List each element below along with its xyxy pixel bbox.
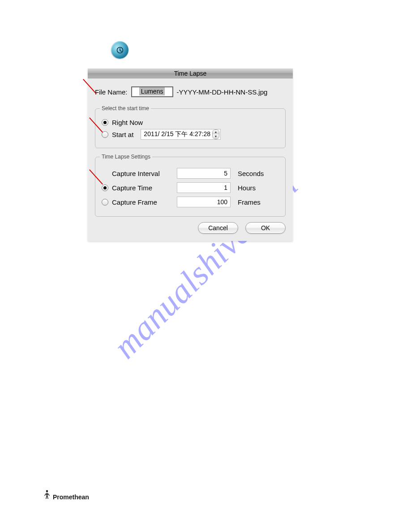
capture-time-input[interactable] [177, 182, 231, 193]
button-row: Cancel OK [95, 222, 286, 234]
file-name-value: Lumens [139, 87, 165, 95]
right-now-row[interactable]: Right Now [102, 119, 279, 126]
datetime-spinner[interactable]: ▲ ▼ [212, 129, 219, 139]
start-at-row[interactable]: Start at 2011/ 2/15 下午 4:27:28 ▲ ▼ [102, 129, 279, 140]
interval-row: Capture Interval Seconds [102, 168, 279, 179]
right-now-radio[interactable] [102, 119, 108, 126]
start-at-datetime[interactable]: 2011/ 2/15 下午 4:27:28 ▲ ▼ [141, 129, 221, 140]
svg-point-0 [46, 490, 48, 493]
capture-time-row[interactable]: Capture Time Hours [102, 182, 279, 193]
capture-frame-input[interactable] [177, 197, 231, 207]
cancel-button[interactable]: Cancel [198, 222, 238, 234]
interval-label: Capture Interval [112, 170, 160, 177]
footer-logo: Promethean [43, 489, 89, 501]
file-name-label: File Name: [95, 88, 128, 96]
time-lapse-dialog: Time Lapse File Name: Lumens -YYYY-MM-DD… [88, 69, 293, 241]
start-time-legend: Select the start time [100, 105, 151, 112]
capture-frame-radio[interactable] [102, 199, 108, 206]
capture-frame-unit: Frames [238, 198, 261, 206]
start-time-group: Select the start time Right Now Start at… [95, 105, 286, 148]
dialog-body: File Name: Lumens -YYYY-MM-DD-HH-NN-SS.j… [88, 78, 293, 241]
capture-time-label: Capture Time [112, 184, 152, 192]
start-at-label: Start at [112, 131, 133, 138]
interval-input[interactable] [177, 168, 231, 179]
spinner-up-icon[interactable]: ▲ [213, 130, 219, 134]
settings-group: Time Lapse Settings Capture Interval Sec… [95, 154, 286, 217]
file-name-suffix: -YYYY-MM-DD-HH-NN-SS.jpg [177, 88, 268, 96]
file-name-row: File Name: Lumens -YYYY-MM-DD-HH-NN-SS.j… [95, 86, 286, 97]
capture-frame-label: Capture Frame [112, 198, 157, 206]
capture-frame-row[interactable]: Capture Frame Frames [102, 197, 279, 207]
timer-icon [111, 41, 128, 59]
timer-icon-wrap [111, 41, 293, 59]
datetime-value: 2011/ 2/15 下午 4:27:28 [144, 130, 210, 138]
right-now-label: Right Now [112, 119, 143, 126]
capture-time-unit: Hours [238, 184, 256, 192]
spinner-down-icon[interactable]: ▼ [213, 134, 219, 139]
footer-brand: Promethean [53, 493, 89, 501]
ok-button[interactable]: OK [245, 222, 286, 234]
file-name-input[interactable]: Lumens [131, 86, 173, 97]
page-content: Time Lapse File Name: Lumens -YYYY-MM-DD… [88, 41, 293, 241]
settings-legend: Time Lapse Settings [100, 154, 152, 160]
dialog-titlebar: Time Lapse [88, 69, 293, 78]
capture-time-radio[interactable] [102, 184, 108, 191]
interval-unit: Seconds [238, 170, 264, 177]
promethean-logo-icon [43, 489, 51, 501]
